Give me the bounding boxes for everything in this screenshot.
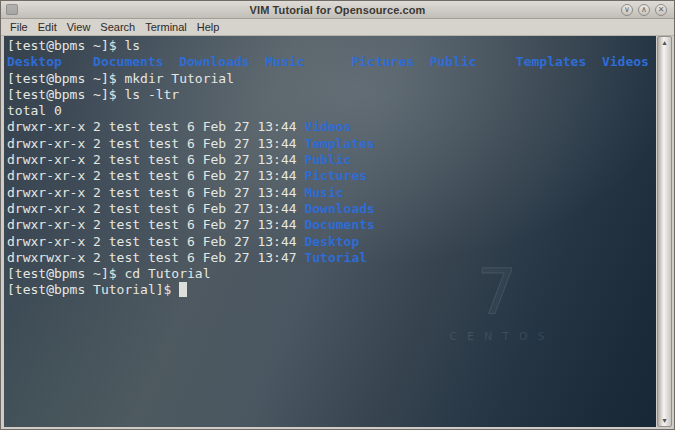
terminal-line: [test@bpms ~]$ ls xyxy=(7,38,656,54)
terminal-text xyxy=(250,54,266,69)
directory-name: Downloads xyxy=(304,201,374,216)
terminal-text: drwxr-xr-x 2 test test 6 Feb 27 13:44 xyxy=(7,217,304,232)
centos-label: CENTOS xyxy=(412,330,582,343)
terminal-line: [test@bpms ~]$ mkdir Tutorial xyxy=(7,71,656,87)
terminal-text xyxy=(164,54,180,69)
menu-item-search[interactable]: Search xyxy=(95,21,140,33)
title-bar[interactable]: VIM Tutorial for Opensource.com ∨ ∧ ✕ xyxy=(1,1,674,19)
terminal-window: VIM Tutorial for Opensource.com ∨ ∧ ✕ Fi… xyxy=(0,0,675,430)
terminal-text: [test@bpms ~]$ mkdir Tutorial xyxy=(7,71,234,86)
terminal-text: drwxr-xr-x 2 test test 6 Feb 27 13:44 xyxy=(7,152,304,167)
terminal-text xyxy=(477,54,516,69)
terminal-line: drwxr-xr-x 2 test test 6 Feb 27 13:44 Pi… xyxy=(7,168,656,184)
directory-name: Documents xyxy=(93,54,163,69)
terminal-line: [test@bpms Tutorial]$ xyxy=(7,282,656,298)
directory-name: Templates xyxy=(304,136,374,151)
terminal-content: 7 CENTOS [test@bpms ~]$ lsDesktop Docume… xyxy=(1,36,674,429)
menu-item-edit[interactable]: Edit xyxy=(33,21,62,33)
terminal-text: total 0 xyxy=(7,103,62,118)
directory-name: Documents xyxy=(304,217,374,232)
terminal-text: [test@bpms ~]$ ls -ltr xyxy=(7,87,179,102)
window-controls: ∨ ∧ ✕ xyxy=(621,4,674,16)
terminal-line: drwxrwxr-x 2 test test 6 Feb 27 13:47 Tu… xyxy=(7,250,656,266)
maximize-icon[interactable]: ∧ xyxy=(638,4,650,16)
directory-name: Pictures xyxy=(304,168,367,183)
scrollbar[interactable]: ▴ ▾ xyxy=(657,36,672,427)
menu-item-view[interactable]: View xyxy=(62,21,96,33)
directory-name: Videos xyxy=(304,119,351,134)
terminal-text: drwxr-xr-x 2 test test 6 Feb 27 13:44 xyxy=(7,136,304,151)
directory-name: Desktop xyxy=(7,54,62,69)
terminal-screen[interactable]: 7 CENTOS [test@bpms ~]$ lsDesktop Docume… xyxy=(4,36,656,427)
terminal-text: drwxr-xr-x 2 test test 6 Feb 27 13:44 xyxy=(7,234,304,249)
terminal-cursor xyxy=(179,282,187,297)
scroll-up-icon[interactable]: ▴ xyxy=(662,37,666,48)
menu-item-help[interactable]: Help xyxy=(192,21,225,33)
terminal-line: drwxr-xr-x 2 test test 6 Feb 27 13:44 De… xyxy=(7,234,656,250)
terminal-text xyxy=(62,54,93,69)
terminal-line: drwxr-xr-x 2 test test 6 Feb 27 13:44 Pu… xyxy=(7,152,656,168)
terminal-text: drwxr-xr-x 2 test test 6 Feb 27 13:44 xyxy=(7,201,304,216)
terminal-line: drwxr-xr-x 2 test test 6 Feb 27 13:44 Vi… xyxy=(7,119,656,135)
terminal-text: [test@bpms Tutorial]$ xyxy=(7,282,179,297)
terminal-line: total 0 xyxy=(7,103,656,119)
directory-name: Tutorial xyxy=(304,250,367,265)
menu-bar: File Edit View Search Terminal Help xyxy=(1,19,674,36)
terminal-line: drwxr-xr-x 2 test test 6 Feb 27 13:44 Mu… xyxy=(7,185,656,201)
directory-name: Downloads xyxy=(179,54,249,69)
directory-name: Music xyxy=(304,185,343,200)
terminal-text xyxy=(304,54,351,69)
terminal-line: [test@bpms ~]$ ls -ltr xyxy=(7,87,656,103)
window-title: VIM Tutorial for Opensource.com xyxy=(1,4,674,16)
directory-name: Public xyxy=(430,54,477,69)
directory-name: Templates xyxy=(516,54,586,69)
terminal-line: drwxr-xr-x 2 test test 6 Feb 27 13:44 Te… xyxy=(7,136,656,152)
terminal-text: [test@bpms ~]$ cd Tutorial xyxy=(7,266,211,281)
terminal-text xyxy=(414,54,430,69)
scroll-down-icon[interactable]: ▾ xyxy=(662,415,666,426)
terminal-lines: [test@bpms ~]$ lsDesktop Documents Downl… xyxy=(7,38,656,299)
terminal-text xyxy=(586,54,602,69)
terminal-text: drwxrwxr-x 2 test test 6 Feb 27 13:47 xyxy=(7,250,304,265)
directory-name: Desktop xyxy=(304,234,359,249)
menu-item-file[interactable]: File xyxy=(5,21,33,33)
directory-name: Music xyxy=(265,54,304,69)
directory-name: Videos xyxy=(602,54,649,69)
terminal-line: Desktop Documents Downloads Music Pictur… xyxy=(7,54,656,70)
terminal-text: drwxr-xr-x 2 test test 6 Feb 27 13:44 xyxy=(7,168,304,183)
terminal-line: drwxr-xr-x 2 test test 6 Feb 27 13:44 Do… xyxy=(7,201,656,217)
terminal-text: drwxr-xr-x 2 test test 6 Feb 27 13:44 xyxy=(7,185,304,200)
terminal-line: drwxr-xr-x 2 test test 6 Feb 27 13:44 Do… xyxy=(7,217,656,233)
terminal-text: drwxr-xr-x 2 test test 6 Feb 27 13:44 xyxy=(7,119,304,134)
terminal-text: [test@bpms ~]$ ls xyxy=(7,38,140,53)
directory-name: Public xyxy=(304,152,351,167)
minimize-icon[interactable]: ∨ xyxy=(621,4,633,16)
menu-item-terminal[interactable]: Terminal xyxy=(140,21,192,33)
directory-name: Pictures xyxy=(351,54,414,69)
terminal-line: [test@bpms ~]$ cd Tutorial xyxy=(7,266,656,282)
close-icon[interactable]: ✕ xyxy=(655,4,667,16)
